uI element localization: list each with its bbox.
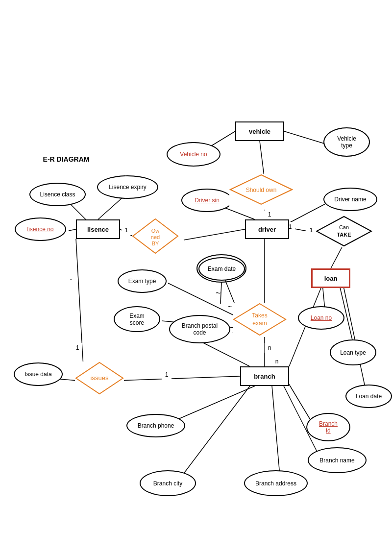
attr-vehicle-type: Vehicletype <box>323 127 370 157</box>
entity-lisence: lisence <box>76 219 120 239</box>
mult-1-issues: 1 <box>73 343 82 353</box>
attr-lisence-no: lisence no <box>15 217 66 241</box>
attr-branch-name: Branch name <box>308 447 367 473</box>
svg-text:BY: BY <box>152 241 159 246</box>
attr-exam-score: Examscore <box>114 306 160 332</box>
attr-vehicle-no: Vehicle no <box>167 142 220 167</box>
diagram-title: E-R DIAGRAM <box>34 152 98 167</box>
entity-driver: driver <box>245 219 289 239</box>
dot-lisence: · <box>70 273 73 285</box>
attr-exam-type: Exam type <box>118 269 167 293</box>
attr-branch-city: Branch city <box>140 470 196 496</box>
svg-line-21 <box>343 284 365 387</box>
tilde-exam: ~ <box>216 288 221 298</box>
attr-lisence-expiry: Lisence expiry <box>97 175 158 199</box>
mult-1-lisence2: 1 <box>122 225 131 235</box>
svg-line-6 <box>184 229 245 240</box>
svg-line-30 <box>105 376 240 381</box>
svg-line-20 <box>338 279 353 342</box>
svg-text:Takes: Takes <box>252 312 267 319</box>
rel-takes-exam: Takes exam <box>233 303 287 336</box>
attr-branch-phone: Branch phone <box>126 414 185 437</box>
svg-line-8 <box>69 229 76 231</box>
rel-can-take: Can TAKE <box>316 216 372 247</box>
attr-loan-type: Loan type <box>330 339 376 365</box>
svg-text:ned: ned <box>151 234 160 240</box>
svg-text:issues: issues <box>91 374 109 382</box>
rel-issues: issues <box>75 361 124 395</box>
svg-line-24 <box>174 386 250 486</box>
attr-branch-id: Branchid <box>306 413 350 441</box>
attr-driver-name: Driver name <box>323 188 377 211</box>
attr-lisence-class: Lisence class <box>29 183 86 206</box>
svg-line-16 <box>168 283 240 318</box>
rel-owned-by: Ow ned BY <box>132 218 179 255</box>
attr-driver-sin: Driver sin <box>181 189 233 212</box>
attr-loan-date: Loan date <box>345 385 392 408</box>
mult-n-takes: n <box>265 343 274 353</box>
er-diagram: n 1 1 1 1 n n 1 1 1 E-R DIAGRAM vehicle … <box>0 0 392 554</box>
svg-marker-43 <box>234 304 286 335</box>
entity-loan: loan <box>311 268 350 288</box>
attr-issue-data: Issue data <box>14 362 63 386</box>
attr-branch-postal: Branch postalcode <box>169 315 230 343</box>
mult-1-driver: 1 <box>265 210 274 219</box>
mult-n-branch: n <box>272 357 282 366</box>
entity-branch: branch <box>240 366 289 386</box>
svg-text:exam: exam <box>252 320 267 327</box>
svg-text:Ow: Ow <box>151 228 160 234</box>
svg-text:Can: Can <box>339 224 349 230</box>
attr-branch-address: Branch address <box>244 470 308 496</box>
attr-loan-no: Loan no <box>298 306 344 330</box>
mult-1-can-take: 1 <box>306 225 316 235</box>
attr-exam-date: Exam date <box>198 257 245 281</box>
entity-vehicle: vehicle <box>235 121 284 141</box>
svg-line-28 <box>203 343 250 366</box>
svg-text:Should own: Should own <box>246 187 277 193</box>
svg-line-1 <box>284 131 327 145</box>
mult-1-issues-branch: 1 <box>162 370 172 380</box>
rel-should-own: Should own <box>229 174 293 206</box>
svg-marker-40 <box>317 217 371 246</box>
tilde2-exam: ~ <box>228 303 232 312</box>
svg-text:TAKE: TAKE <box>337 232 351 238</box>
